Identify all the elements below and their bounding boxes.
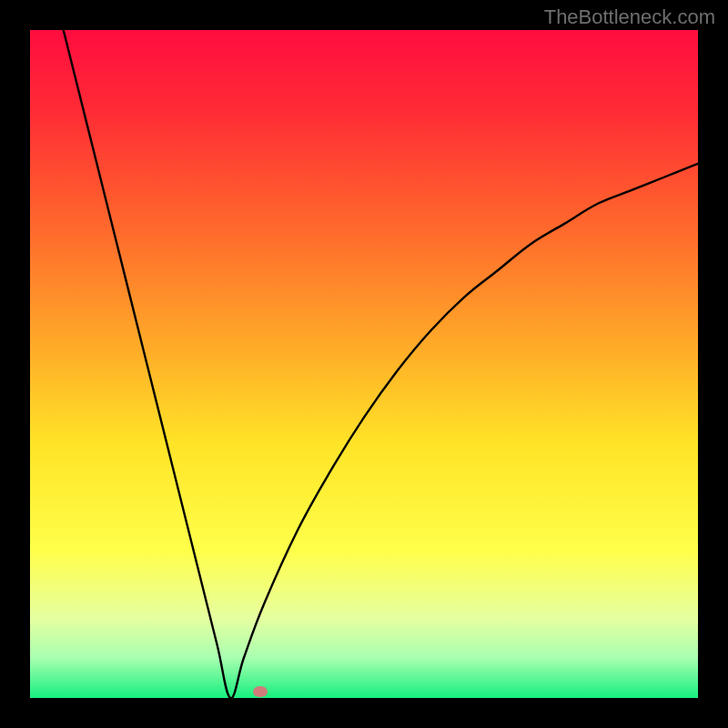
watermark-text: TheBottleneck.com — [544, 5, 715, 29]
minimum-marker-dot — [253, 686, 268, 697]
chart-svg — [30, 30, 698, 698]
chart-frame: TheBottleneck.com — [0, 0, 728, 728]
bottleneck-curve — [64, 30, 698, 698]
